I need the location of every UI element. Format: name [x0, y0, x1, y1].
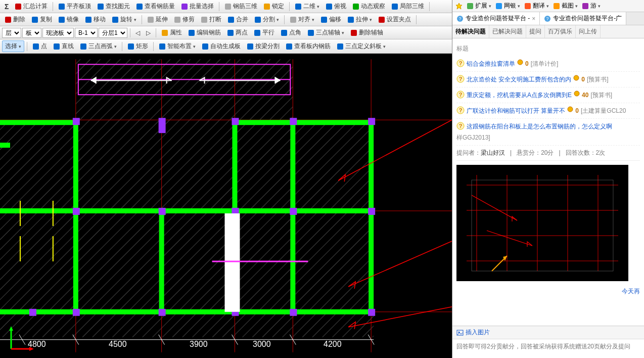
- question-link[interactable]: 北京造价处 安全文明施工费所包含的内: [467, 75, 571, 84]
- tb2-btn-5[interactable]: 延伸: [145, 14, 170, 25]
- subtab-2[interactable]: 提问: [526, 25, 545, 38]
- today-link[interactable]: 今天再: [456, 285, 640, 298]
- tb4-btn-1[interactable]: 直线: [51, 41, 76, 52]
- tb3-btn-1[interactable]: 编辑钢筋: [186, 27, 223, 38]
- question-link[interactable]: 铝合金推拉窗清单: [467, 59, 515, 68]
- svg-rect-44: [76, 59, 293, 120]
- tb1-btn-8[interactable]: 俯视: [323, 1, 349, 12]
- tb3-btn-5[interactable]: 三点辅轴▾: [305, 27, 347, 38]
- tb1-btn-0[interactable]: 汇总计算: [12, 1, 50, 12]
- tb1-btn-2[interactable]: 查找图元: [95, 1, 132, 12]
- tb1-btn-1[interactable]: 平齐板顶: [56, 1, 94, 12]
- question-icon: ?: [456, 91, 465, 99]
- question-link[interactable]: 这跟钢筋在阳台和板上是怎么布置钢筋的，怎么定义啊: [467, 122, 612, 131]
- tb1-btn-7[interactable]: 二维▾: [292, 1, 322, 12]
- browser-tab-1[interactable]: ? 专业造价问题答疑平台-广: [540, 12, 626, 25]
- tb2-btn-13[interactable]: 设置夹点: [376, 14, 413, 25]
- tb1-btn-6[interactable]: 锁定: [261, 1, 287, 12]
- tb2-btn-0[interactable]: 删除: [2, 14, 28, 25]
- question-item-0: ? 铝合金推拉窗清单 0 [清单计价]: [456, 56, 640, 72]
- tb4-btn-2[interactable]: 三点画弧▾: [77, 41, 119, 52]
- tb4-btn-5[interactable]: 自动生成板: [199, 41, 243, 52]
- svg-rect-77: [29, 309, 36, 316]
- svg-rect-23: [348, 17, 354, 23]
- insert-image-button[interactable]: 插入图片: [456, 328, 490, 337]
- tb2-btn-2[interactable]: 镜像: [56, 14, 81, 25]
- sigma-icon[interactable]: Σ: [2, 2, 11, 12]
- tb2-btn-3[interactable]: 移动: [82, 14, 108, 25]
- subtab-4[interactable]: 问上传: [576, 25, 601, 38]
- nav-next[interactable]: ▷: [144, 28, 153, 37]
- question-icon: ?: [456, 122, 465, 130]
- question-link[interactable]: 广联达计价和钢筋可以打开 算量开不: [467, 106, 565, 115]
- svg-rect-3: [136, 4, 143, 10]
- tb3-btn-6[interactable]: 删除辅轴: [348, 27, 386, 38]
- ddl-2[interactable]: 现浇板: [42, 28, 74, 38]
- svg-rect-4: [181, 4, 188, 10]
- tb2-btn-1[interactable]: 复制: [29, 14, 55, 25]
- svg-rect-31: [351, 30, 357, 36]
- tb3-btn-4[interactable]: 点角: [278, 27, 304, 38]
- tb1-btn-3[interactable]: 查看钢筋量: [133, 1, 177, 12]
- svg-rect-72: [73, 208, 80, 215]
- attached-image[interactable]: [456, 165, 628, 281]
- coin-count: 40: [582, 91, 588, 100]
- tb4-btn-8[interactable]: 三点定义斜板▾: [334, 41, 388, 52]
- bbar-3[interactable]: 截图 ▾: [553, 2, 578, 10]
- question-link[interactable]: 重庆定额，挖机需要从A点多次倒腾到E: [467, 91, 572, 100]
- svg-rect-2: [98, 4, 104, 10]
- tb2-btn-7[interactable]: 打断: [198, 14, 224, 25]
- dim-1: 4500: [109, 340, 127, 349]
- svg-text:?: ?: [459, 60, 463, 66]
- question-item-4: ? 这跟钢筋在阳台和板上是怎么布置钢筋的，怎么定义啊 样GGJ2013]: [456, 119, 640, 146]
- cad-canvas[interactable]: 4800 4500 3900 3000 4200: [0, 54, 452, 358]
- tb2-btn-8[interactable]: 合并: [225, 14, 251, 25]
- browser-tab-0[interactable]: ? 专业造价问题答疑平台 -×: [452, 12, 540, 25]
- ddl-3[interactable]: B-1: [75, 28, 98, 38]
- tb4-btn-6[interactable]: 按梁分割: [244, 41, 282, 52]
- tb4-btn-3[interactable]: 矩形: [125, 41, 151, 52]
- tb1-btn-10[interactable]: 局部三维: [389, 1, 427, 12]
- tb4-btn-4[interactable]: 智能布置▾: [156, 41, 198, 52]
- tb4-btn-7[interactable]: 查看板内钢筋: [283, 41, 333, 52]
- close-icon[interactable]: ×: [532, 15, 535, 22]
- tb2-btn-10[interactable]: 对齐▾: [287, 14, 317, 25]
- select-button[interactable]: 选择 ▾: [2, 40, 24, 52]
- svg-rect-22: [321, 17, 327, 23]
- tb2-btn-12[interactable]: 拉伸▾: [345, 14, 375, 25]
- subtab-0[interactable]: 待解决问题: [452, 25, 489, 38]
- question-tag: [土建算量GCL20: [581, 106, 626, 115]
- subtab-3[interactable]: 百万俱乐: [545, 25, 576, 38]
- ddl-4[interactable]: 分层1: [99, 28, 127, 38]
- tb2-btn-4[interactable]: 旋转▾: [109, 14, 139, 25]
- tb1-btn-5[interactable]: 钢筋三维: [222, 1, 260, 12]
- reply-textarea[interactable]: [452, 339, 644, 356]
- tb3-btn-3[interactable]: 平行: [251, 27, 277, 38]
- bbar-1[interactable]: 网银 ▾: [495, 2, 520, 10]
- subtab-1[interactable]: 已解决问题: [489, 25, 526, 38]
- svg-rect-11: [5, 17, 11, 23]
- tb1-btn-4[interactable]: 批量选择: [178, 1, 216, 12]
- ddl-0[interactable]: 层: [2, 28, 21, 38]
- svg-rect-7: [295, 4, 301, 10]
- tb3-btn-0[interactable]: 属性: [159, 27, 185, 38]
- toolbar-row-1: Σ汇总计算平齐板顶查找图元查看钢筋量批量选择钢筋三维锁定二维▾俯视动态观察局部三…: [0, 0, 452, 13]
- coin-icon: [517, 59, 523, 65]
- bookmark-icon[interactable]: [455, 3, 463, 10]
- tb2-btn-6[interactable]: 修剪: [171, 14, 197, 25]
- asker-name: 梁山好汉: [481, 149, 505, 156]
- question-tag: [清单计价]: [531, 59, 559, 68]
- tb4-btn-0[interactable]: 点: [30, 41, 50, 52]
- tb2-btn-11[interactable]: 偏移: [318, 14, 344, 25]
- tb2-btn-9[interactable]: 分割▾: [252, 14, 282, 25]
- svg-marker-100: [9, 326, 13, 331]
- bbar-2[interactable]: 翻译 ▾: [524, 2, 549, 10]
- tb3-btn-2[interactable]: 两点: [224, 27, 250, 38]
- svg-rect-69: [232, 118, 239, 125]
- tb1-btn-9[interactable]: 动态观察: [350, 1, 388, 12]
- nav-prev[interactable]: ◁: [133, 28, 143, 37]
- bbar-0[interactable]: 扩展 ▾: [467, 2, 491, 10]
- svg-rect-71: [368, 118, 375, 125]
- ddl-1[interactable]: 板: [22, 28, 41, 38]
- bbar-4[interactable]: 游 ▾: [582, 2, 601, 10]
